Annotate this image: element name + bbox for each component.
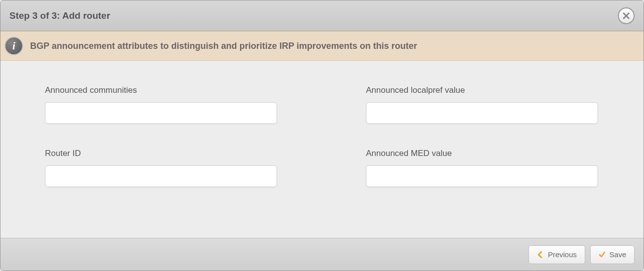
field-label: Announced MED value: [366, 149, 598, 158]
info-icon: i: [4, 37, 23, 55]
previous-button[interactable]: Previous: [528, 245, 585, 264]
save-button[interactable]: Save: [590, 245, 635, 264]
check-icon: [599, 251, 605, 258]
info-text: BGP announcement attributes to distingui…: [30, 41, 417, 51]
dialog-title: Step 3 of 3: Add router: [9, 10, 110, 21]
field-announced-communities: Announced communities: [45, 85, 277, 124]
announced-communities-input[interactable]: [45, 102, 277, 124]
info-bar: i BGP announcement attributes to disting…: [0, 31, 644, 61]
previous-label: Previous: [548, 250, 576, 259]
close-icon: [622, 12, 630, 20]
field-announced-localpref: Announced localpref value: [366, 85, 598, 124]
chevron-left-icon: [537, 251, 544, 258]
field-label: Announced communities: [45, 85, 277, 95]
field-label: Router ID: [45, 149, 277, 158]
save-label: Save: [609, 250, 626, 259]
announced-med-input[interactable]: [366, 165, 598, 187]
wizard-dialog: Step 3 of 3: Add router i BGP announceme…: [0, 0, 644, 271]
form-area: Announced communities Router ID Announce…: [0, 61, 644, 238]
close-button[interactable]: [618, 7, 635, 24]
form-column-left: Announced communities Router ID: [45, 85, 277, 228]
router-id-input[interactable]: [45, 165, 277, 187]
dialog-footer: Previous Save: [0, 238, 644, 271]
announced-localpref-input[interactable]: [366, 102, 598, 124]
field-announced-med: Announced MED value: [366, 149, 598, 187]
form-column-right: Announced localpref value Announced MED …: [366, 85, 598, 228]
field-label: Announced localpref value: [366, 85, 598, 95]
field-router-id: Router ID: [45, 149, 277, 187]
dialog-header: Step 3 of 3: Add router: [0, 0, 644, 31]
